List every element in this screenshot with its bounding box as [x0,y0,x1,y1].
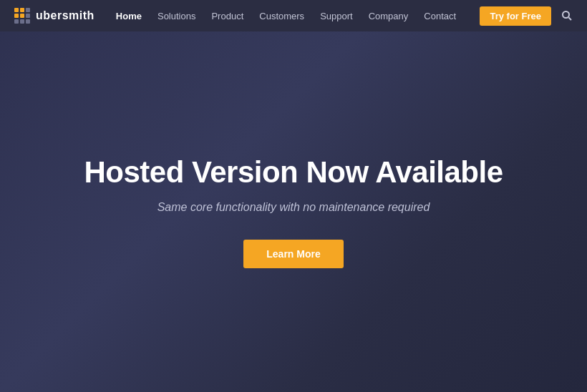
svg-line-1 [569,18,572,21]
search-icon [561,10,573,21]
hero-subtitle: Same core functionality with no maintena… [157,201,430,214]
logo-dot [26,19,30,24]
svg-point-0 [563,11,569,18]
logo-grid-icon [14,8,30,24]
logo-dot [26,8,30,12]
nav-link-contact[interactable]: Contact [424,11,456,21]
logo-dot [20,19,24,24]
nav-link-product[interactable]: Product [211,11,243,21]
logo-dot [26,14,30,18]
nav-link-company[interactable]: Company [369,11,409,21]
nav-link-support[interactable]: Support [320,11,353,21]
logo: ubersmith [14,8,94,24]
logo-dot [20,14,24,18]
nav-link-solutions[interactable]: Solutions [157,11,195,21]
nav-actions: Try for Free [480,6,573,26]
logo-dot [14,14,19,18]
search-button[interactable] [561,10,573,21]
hero-content: Hosted Version Now Available Same core f… [0,31,587,392]
try-for-free-button[interactable]: Try for Free [480,6,551,26]
learn-more-button[interactable]: Learn More [243,240,343,268]
logo-dot [14,19,19,24]
nav-links: Home Solutions Product Customers Support… [116,11,480,21]
navbar: ubersmith Home Solutions Product Custome… [0,0,587,31]
nav-link-customers[interactable]: Customers [259,11,304,21]
logo-dot [20,8,24,12]
hero-title: Hosted Version Now Available [84,155,503,190]
logo-text: ubersmith [36,9,94,22]
logo-dot [14,8,19,12]
nav-link-home[interactable]: Home [116,11,142,21]
